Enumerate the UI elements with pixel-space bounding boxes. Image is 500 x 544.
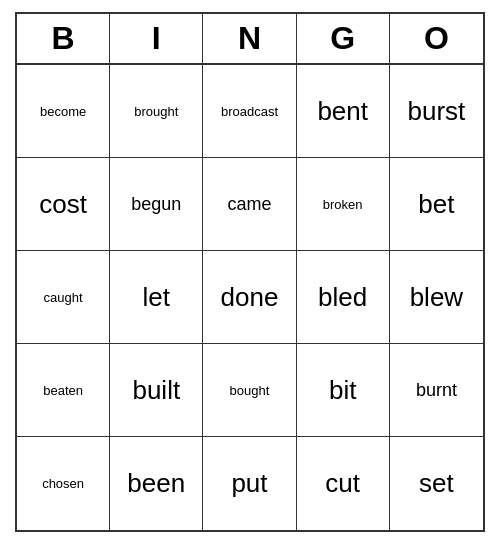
bingo-cell-1-0: cost [17, 158, 110, 250]
bingo-cell-3-3: bit [297, 344, 390, 436]
bingo-header: BINGO [17, 14, 483, 65]
bingo-cell-3-2: bought [203, 344, 296, 436]
header-letter-o: O [390, 14, 483, 63]
bingo-cell-0-2: broadcast [203, 65, 296, 157]
bingo-cell-0-3: bent [297, 65, 390, 157]
bingo-cell-0-1: brought [110, 65, 203, 157]
bingo-row-2: caughtletdonebledblew [17, 251, 483, 344]
bingo-cell-4-3: cut [297, 437, 390, 530]
bingo-cell-4-0: chosen [17, 437, 110, 530]
bingo-cell-2-2: done [203, 251, 296, 343]
header-letter-g: G [297, 14, 390, 63]
bingo-cell-1-4: bet [390, 158, 483, 250]
bingo-body: becomebroughtbroadcastbentburstcostbegun… [17, 65, 483, 530]
bingo-cell-3-4: burnt [390, 344, 483, 436]
header-letter-b: B [17, 14, 110, 63]
bingo-row-1: costbeguncamebrokenbet [17, 158, 483, 251]
bingo-cell-2-1: let [110, 251, 203, 343]
header-letter-n: N [203, 14, 296, 63]
bingo-row-0: becomebroughtbroadcastbentburst [17, 65, 483, 158]
bingo-cell-3-1: built [110, 344, 203, 436]
bingo-cell-1-2: came [203, 158, 296, 250]
header-letter-i: I [110, 14, 203, 63]
bingo-cell-4-1: been [110, 437, 203, 530]
bingo-cell-4-4: set [390, 437, 483, 530]
bingo-cell-2-4: blew [390, 251, 483, 343]
bingo-row-3: beatenbuiltboughtbitburnt [17, 344, 483, 437]
bingo-cell-3-0: beaten [17, 344, 110, 436]
bingo-cell-4-2: put [203, 437, 296, 530]
bingo-cell-2-0: caught [17, 251, 110, 343]
bingo-cell-0-4: burst [390, 65, 483, 157]
bingo-card: BINGO becomebroughtbroadcastbentburstcos… [15, 12, 485, 532]
bingo-cell-2-3: bled [297, 251, 390, 343]
bingo-cell-1-3: broken [297, 158, 390, 250]
bingo-cell-1-1: begun [110, 158, 203, 250]
bingo-row-4: chosenbeenputcutset [17, 437, 483, 530]
bingo-cell-0-0: become [17, 65, 110, 157]
